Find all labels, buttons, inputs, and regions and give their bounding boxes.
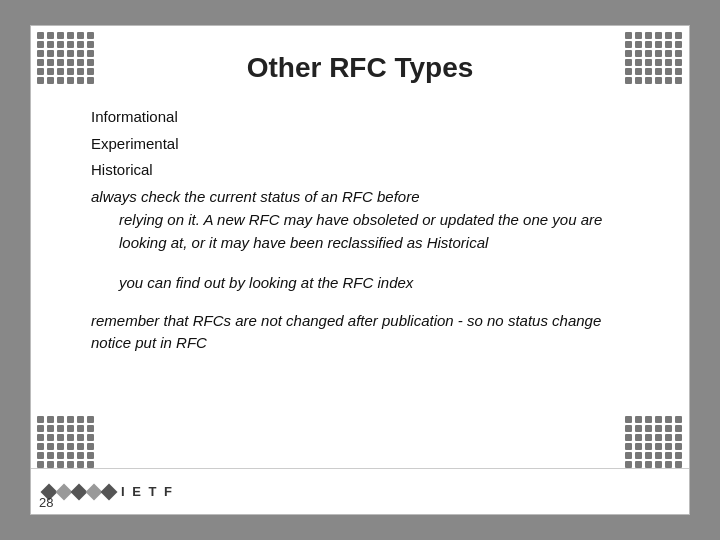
ietf-logo: I E T F [43,484,174,499]
diamond-5 [101,483,118,500]
item-note1: you can find out by looking at the RFC i… [119,271,629,294]
slide-content: Informational Experimental Historical al… [91,106,629,464]
slide: Other RFC Types Informational Experiment… [30,25,690,515]
item-historical: Historical [91,159,629,182]
corner-dots-bottom-left [37,416,95,468]
ietf-label: I E T F [121,484,174,499]
item-experimental: Experimental [91,133,629,156]
item-informational: Informational [91,106,629,129]
bottom-bar: I E T F [31,468,689,514]
corner-dots-top-right [625,32,683,84]
corner-dots-bottom-right [625,416,683,468]
page-number: 28 [39,495,53,510]
slide-title: Other RFC Types [91,52,629,84]
item-always-check-detail: relying on it. A new RFC may have obsole… [119,208,629,255]
ietf-diamonds-decoration [43,486,115,498]
corner-dots-top-left [37,32,95,84]
item-always-check: always check the current status of an RF… [91,186,629,255]
slide-inner: Other RFC Types Informational Experiment… [31,26,689,514]
item-note2: remember that RFCs are not changed after… [91,310,629,355]
